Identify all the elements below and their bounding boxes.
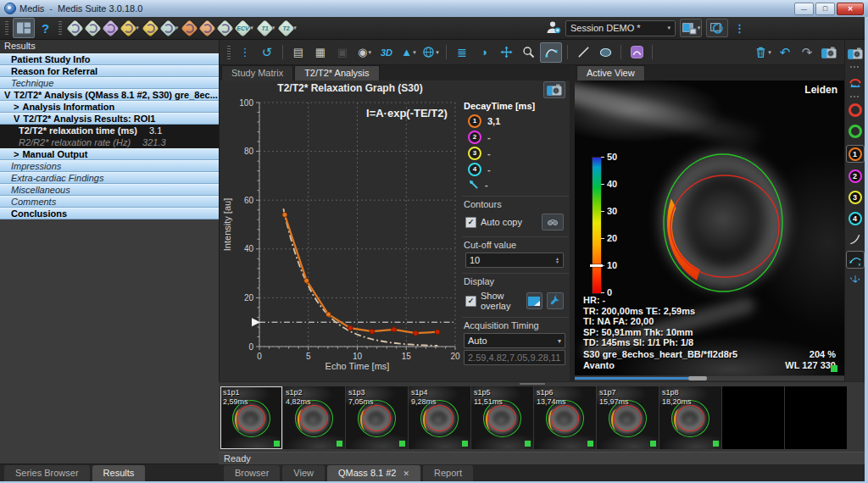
epicardial-contour[interactable] xyxy=(664,154,782,291)
thumbnail-empty[interactable] xyxy=(722,386,784,449)
results-item[interactable]: VT2/T2* Analysis Results: ROI1 xyxy=(0,113,219,125)
maximize-button[interactable]: ▢ xyxy=(815,3,835,15)
spline-tool-icon[interactable] xyxy=(846,251,865,269)
results-item[interactable]: VT2/T2* Analysis (QMass 8.1 #2, S30) gre… xyxy=(0,89,219,101)
pan-icon[interactable] xyxy=(496,43,516,62)
reset-view-icon[interactable]: ↺ xyxy=(257,43,277,62)
close-button[interactable]: ✕ xyxy=(837,3,864,15)
results-item[interactable]: Comments xyxy=(0,196,219,208)
expand-arrow[interactable]: > xyxy=(14,102,19,112)
results-item[interactable]: Impressions xyxy=(0,160,219,172)
results-item[interactable]: T2/T2* relaxation time (ms)3.1 xyxy=(0,125,219,136)
thumbnail-s1p8[interactable]: s1p818,20ms xyxy=(659,386,721,449)
decay-probe-row[interactable]: - xyxy=(462,177,569,192)
redo-icon[interactable]: ↷ xyxy=(797,43,817,62)
view-snapshot-icon[interactable] xyxy=(847,47,864,60)
decay-roi2-row[interactable]: 2- xyxy=(462,129,569,145)
tab-report[interactable]: Report xyxy=(423,465,473,481)
toolbar-menu-icon[interactable]: ⋮ xyxy=(235,43,255,62)
minimize-button[interactable]: — xyxy=(794,3,814,15)
snapshot-icon[interactable] xyxy=(819,43,839,62)
session-save-button[interactable]: ▾ xyxy=(680,19,702,37)
tab-results[interactable]: Results xyxy=(92,465,146,481)
auto-copy-checkbox[interactable]: ✓ xyxy=(465,217,476,228)
tab-view[interactable]: View xyxy=(282,465,325,481)
undo-icon[interactable]: ↶ xyxy=(775,43,795,62)
volume-view-icon[interactable]: ▲▾ xyxy=(398,43,419,62)
roi3-contour-icon[interactable]: 3 xyxy=(847,189,864,205)
arc-tool-icon[interactable] xyxy=(847,232,864,247)
thumbnail-s1p3[interactable]: s1p37,05ms xyxy=(346,386,408,449)
module-ecv-icon[interactable]: ECV▾ xyxy=(236,22,253,35)
module-orange-2-icon[interactable] xyxy=(201,22,214,35)
module-purple-icon[interactable] xyxy=(104,22,117,35)
roi4-contour-icon[interactable]: 4 xyxy=(847,210,864,226)
expand-arrow[interactable]: > xyxy=(14,149,19,159)
decay-roi3-row[interactable]: 3- xyxy=(462,145,569,161)
film-strip-icon[interactable]: ▦ xyxy=(310,43,331,62)
results-item[interactable]: Technique xyxy=(0,77,219,89)
thumbnail-s1p6[interactable]: s1p613,74ms xyxy=(534,386,596,449)
results-item[interactable]: Miscellaneous xyxy=(0,184,219,196)
spinner-arrows-icon[interactable]: ▲▼ xyxy=(555,257,559,264)
expand-arrow[interactable]: V xyxy=(4,90,10,100)
show-overlay-checkbox[interactable]: ✓ xyxy=(465,296,476,307)
help-button[interactable]: ? xyxy=(42,21,49,36)
contour-pusher-icon[interactable] xyxy=(626,43,647,62)
spline-edit-icon[interactable] xyxy=(540,42,562,63)
results-item[interactable]: Conclusions xyxy=(0,208,219,219)
thumbnail-s1p1[interactable]: s1p12,59ms xyxy=(220,386,282,449)
module-person-icon[interactable] xyxy=(219,22,231,35)
module-teal-1-icon[interactable] xyxy=(69,22,81,35)
expand-arrow[interactable]: V xyxy=(14,114,19,124)
movie-icon[interactable]: ◉▾ xyxy=(354,43,375,62)
three-d-view-icon[interactable]: 3D xyxy=(376,43,397,62)
module-teal-2-icon[interactable] xyxy=(86,22,99,35)
chevron-down-icon[interactable]: ▾ xyxy=(368,49,371,56)
session-combo[interactable]: Session DEMO * ▾ xyxy=(565,20,676,36)
thumbnail-s1p4[interactable]: s1p49,28ms xyxy=(409,386,470,449)
chevron-down-icon[interactable]: ▾ xyxy=(768,49,771,56)
tab-series-browser[interactable]: Series Browser xyxy=(4,465,90,481)
tab-browser[interactable]: Browser xyxy=(224,465,280,481)
overflow-menu-icon[interactable]: ⋮ xyxy=(734,22,745,35)
graph-snapshot-button[interactable] xyxy=(543,81,565,98)
colormap-button[interactable] xyxy=(526,292,543,309)
results-item[interactable]: Patient Study Info xyxy=(0,53,219,65)
results-item[interactable]: Reason for Referral xyxy=(0,65,219,77)
session-reset-button[interactable] xyxy=(706,19,728,37)
endo-contour-icon[interactable] xyxy=(847,103,864,118)
thumbnail-scrollbar[interactable] xyxy=(520,383,545,385)
delete-icon[interactable]: ▾ xyxy=(753,43,773,62)
module-t1-icon[interactable]: T1▾ xyxy=(259,22,275,35)
thumbnail-empty[interactable] xyxy=(785,386,847,449)
module-t2-icon[interactable]: T2▾ xyxy=(280,22,297,35)
results-item[interactable]: >Analysis Information xyxy=(0,101,219,113)
roi1-contour-icon[interactable]: 1 xyxy=(846,145,865,163)
results-item[interactable]: >Manual Output xyxy=(0,148,219,160)
layout-button[interactable] xyxy=(13,18,35,38)
chevron-down-icon[interactable]: ▾ xyxy=(413,49,416,56)
thumbnail-s1p2[interactable]: s1p24,82ms xyxy=(283,386,345,449)
measure-line-icon[interactable] xyxy=(573,43,593,62)
decay-roi4-row[interactable]: 4- xyxy=(462,161,569,177)
copy-contours-button[interactable] xyxy=(542,214,564,230)
cutoff-input[interactable]: 10 ▲▼ xyxy=(465,253,564,268)
active-view-image[interactable]: 50403020100 Leiden HR: -TR: 200,00ms TE:… xyxy=(575,80,844,375)
results-item[interactable]: Extra-cardiac Findings xyxy=(0,172,219,184)
auto-contour-icon[interactable] xyxy=(847,74,864,90)
tab-study-matrix[interactable]: Study Matrix xyxy=(221,65,293,80)
thumbnail-s1p7[interactable]: s1p715,97ms xyxy=(597,386,659,449)
report-icon[interactable]: ▤ xyxy=(288,43,309,62)
layers-icon[interactable]: ≣ xyxy=(452,43,472,62)
orientation-globe-icon[interactable]: ▾ xyxy=(420,43,441,62)
window-level-icon[interactable]: ◑ xyxy=(474,43,494,62)
chevron-down-icon[interactable]: ▾ xyxy=(436,49,439,56)
results-item[interactable]: R2/R2* relaxation rate (Hz)321.3 xyxy=(0,136,219,148)
endocardial-contour[interactable] xyxy=(670,175,779,277)
close-tab-icon[interactable]: ✕ xyxy=(403,469,409,478)
tab-qmass-8-1-2[interactable]: QMass 8.1 #2✕ xyxy=(327,465,420,481)
module-yellow-1-icon[interactable]: ▾ xyxy=(122,22,139,35)
roi2-contour-icon[interactable]: 2 xyxy=(847,168,864,184)
overlay-settings-button[interactable] xyxy=(547,292,564,309)
